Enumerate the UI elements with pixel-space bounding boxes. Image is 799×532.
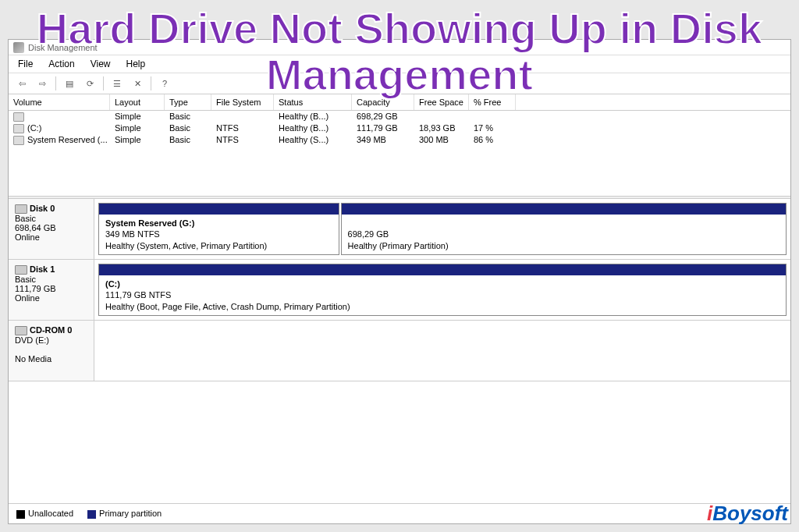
partition[interactable]: (C:)111,79 GB NTFSHealthy (Boot, Page Fi… xyxy=(98,264,787,316)
toolbar-sep xyxy=(103,76,104,90)
swatch-blue-icon xyxy=(87,510,96,519)
menu-file[interactable]: File xyxy=(12,57,39,71)
volume-list: Volume Layout Type File System Status Ca… xyxy=(9,94,790,196)
volume-row[interactable]: (C:)SimpleBasicNTFSHealthy (B...)111,79 … xyxy=(9,122,790,134)
legend-unallocated: Unallocated xyxy=(16,509,73,519)
forward-button[interactable]: ⇨ xyxy=(34,76,51,91)
legend: Unallocated Primary partition xyxy=(9,503,790,523)
partition-bar xyxy=(99,264,786,275)
app-icon xyxy=(13,42,24,53)
up-button[interactable]: ▤ xyxy=(61,76,78,91)
menu-view[interactable]: View xyxy=(84,57,117,71)
col-pctfree[interactable]: % Free xyxy=(469,94,516,110)
col-capacity[interactable]: Capacity xyxy=(352,94,414,110)
menu-action[interactable]: Action xyxy=(42,57,80,71)
disk-icon xyxy=(15,204,27,214)
back-button[interactable]: ⇦ xyxy=(13,76,30,91)
disk-management-window: Disk Management File Action View Help ⇦ … xyxy=(8,39,791,524)
disk-icon xyxy=(15,265,27,275)
disk-icon xyxy=(15,326,27,335)
delete-button[interactable]: ✕ xyxy=(129,76,146,91)
col-free[interactable]: Free Space xyxy=(414,94,469,110)
help-button[interactable]: ? xyxy=(156,76,173,91)
menubar: File Action View Help xyxy=(9,55,790,73)
graphical-view: Disk 0Basic698,64 GBOnlineSystem Reserve… xyxy=(9,199,790,503)
volume-row[interactable]: SimpleBasicHealthy (B...)698,29 GB xyxy=(9,111,790,122)
disk-row: Disk 0Basic698,64 GBOnlineSystem Reserve… xyxy=(9,199,790,260)
col-layout[interactable]: Layout xyxy=(110,94,165,110)
volume-row[interactable]: System Reserved (...SimpleBasicNTFSHealt… xyxy=(9,134,790,146)
col-filesystem[interactable]: File System xyxy=(211,94,274,110)
col-volume[interactable]: Volume xyxy=(9,94,110,110)
disk-row: Disk 1Basic111,79 GBOnline (C:)111,79 GB… xyxy=(9,260,790,321)
partition-bar xyxy=(342,204,786,215)
partition[interactable]: System Reserved (G:)349 MB NTFSHealthy (… xyxy=(98,203,339,255)
titlebar: Disk Management xyxy=(9,40,790,55)
swatch-black-icon xyxy=(16,510,25,519)
properties-button[interactable]: ☰ xyxy=(108,76,126,91)
partitions: (C:)111,79 GB NTFSHealthy (Boot, Page Fi… xyxy=(94,260,790,320)
col-type[interactable]: Type xyxy=(165,94,211,110)
disk-info[interactable]: Disk 1Basic111,79 GBOnline xyxy=(9,260,94,320)
toolbar-sep xyxy=(151,76,151,90)
disk-info[interactable]: CD-ROM 0DVD (E:)No Media xyxy=(9,321,94,381)
legend-primary: Primary partition xyxy=(87,509,162,519)
window-title: Disk Management xyxy=(28,43,98,52)
partitions xyxy=(94,321,790,381)
toolbar: ⇦ ⇨ ▤ ⟳ ☰ ✕ ? xyxy=(9,73,790,94)
toolbar-sep xyxy=(55,76,56,90)
volume-header-row: Volume Layout Type File System Status Ca… xyxy=(9,94,790,111)
partitions: System Reserved (G:)349 MB NTFSHealthy (… xyxy=(94,199,790,259)
partition-bar xyxy=(99,204,339,215)
disk-info[interactable]: Disk 0Basic698,64 GBOnline xyxy=(9,199,94,259)
disk-row: CD-ROM 0DVD (E:)No Media xyxy=(9,321,790,381)
col-status[interactable]: Status xyxy=(274,94,352,110)
refresh-button[interactable]: ⟳ xyxy=(81,76,98,91)
partition[interactable]: 698,29 GBHealthy (Primary Partition) xyxy=(341,203,787,255)
menu-help[interactable]: Help xyxy=(120,57,152,71)
